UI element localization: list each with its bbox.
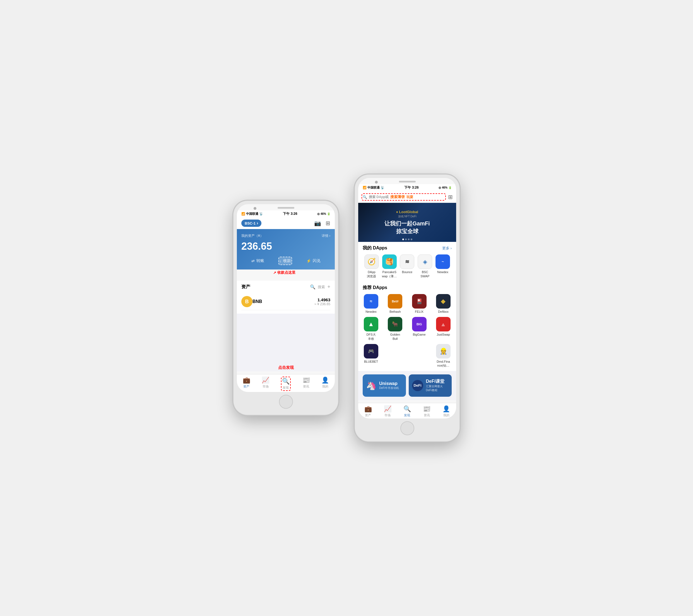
time-2: 下午 3:26: [404, 185, 418, 190]
assets-nav-icon: 💼: [243, 377, 250, 384]
phone-1-top: [237, 204, 335, 210]
me-nav-icon-2: 👤: [442, 405, 450, 413]
qr-icon[interactable]: ⊞: [448, 194, 453, 200]
bnb-value: 1.4963 ≈ ¥ 236.65: [314, 297, 330, 306]
phone-2: 📶 中国联通 📡 下午 3:26 ◎ 46% 🔋 🔍 搜索 DApp或 搜索薄饼: [355, 175, 459, 441]
nav-me-2[interactable]: 👤 我的: [442, 405, 450, 417]
phone-1-home[interactable]: [279, 395, 293, 409]
add-btn[interactable]: +: [327, 284, 330, 290]
banner-tags: 游戏 NFT DeFi: [398, 215, 417, 218]
phone-2-top: [358, 178, 456, 184]
nav-me-label: 我的: [322, 384, 329, 389]
rec-biggame-name: BigGame: [413, 333, 426, 336]
status-bar-1: 📶 中国联通 📡 下午 3:26 ◎ 46% 🔋: [237, 210, 335, 217]
nav-assets-1[interactable]: 💼 资产: [243, 377, 250, 391]
rec-goldenbull[interactable]: 🐂 GoldenBull: [387, 317, 403, 341]
dapp-newdex-icon: ~: [435, 254, 450, 269]
app-header-1: BSC-1 📷 ⊞: [237, 217, 335, 229]
status-bar-2: 📶 中国联通 📡 下午 3:26 ◎ 46% 🔋: [358, 184, 456, 191]
annotation-discover-text: 点击发现: [278, 365, 294, 370]
banner[interactable]: ♦ LootGlobal 游戏 NFT DeFi 让我们一起GamFi掠宝全球: [358, 203, 456, 242]
camera-icon[interactable]: 📷: [314, 220, 321, 226]
dapp-pancake[interactable]: 🥞 PancakeSwap（薄…: [381, 254, 398, 278]
my-dapps-header: 我的 DApps 更多 ›: [358, 242, 456, 253]
rec-felix[interactable]: 🎴 FELIX: [411, 294, 428, 314]
nav-market-2[interactable]: 📈 市场: [384, 405, 391, 417]
promo-uniswap[interactable]: 🦄 Uniswap DeFi牛市发动机: [363, 374, 406, 397]
dapp-bounce[interactable]: ≋ Bounce: [399, 254, 415, 278]
rec-bluebet-icon: 🎮: [364, 344, 378, 358]
nav-me-1[interactable]: 👤 我的: [321, 377, 329, 391]
rec-justswap-icon: ⟁: [436, 317, 451, 332]
bottom-nav-2: 💼 资产 📈 市场 🔍 发现 📰 资讯 👤 我的: [358, 403, 456, 418]
dot-3: [408, 239, 410, 240]
transfer-btn[interactable]: ⇄ 转账: [246, 257, 270, 265]
exchange-btn[interactable]: ⚡ 闪兑: [301, 257, 326, 265]
rec-dmdfinance-icon: 👷: [436, 344, 451, 358]
nav-news-label-2: 资讯: [424, 413, 430, 417]
rec-dmdfinance[interactable]: 👷 Dmd.Finance(钻…: [435, 344, 452, 368]
unicorn-icon: 🦄: [366, 380, 376, 390]
dapp-newdex[interactable]: ~ Newdex: [434, 254, 451, 278]
header-icons: 📷 ⊞: [314, 220, 330, 226]
bnb-cny: ≈ ¥ 236.65: [314, 302, 330, 306]
nav-news-2[interactable]: 📰 资讯: [423, 405, 431, 417]
dapp-pancake-icon: 🥞: [382, 254, 397, 269]
exchange-label: 闪兑: [313, 258, 320, 263]
rec-goldenbull-icon: 🐂: [388, 317, 402, 332]
nav-market-1[interactable]: 📈 市场: [262, 377, 269, 391]
phone-2-home[interactable]: [400, 421, 414, 435]
nav-news-1[interactable]: 📰 资讯: [302, 377, 310, 391]
nav-me-label-2: 我的: [443, 413, 450, 417]
recommended-grid: ≈ Newdex Bet# Bethash 🎴 FELIX ◆ Defibox: [358, 292, 456, 371]
search-input[interactable]: 🔍 搜索 DApp或 搜索薄饼 玩耍: [361, 193, 446, 201]
signal-icon: 📶: [241, 212, 245, 216]
phone-1-inner: 📶 中国联通 📡 下午 3:26 ◎ 46% 🔋 BSC-1 📷 ⊞: [237, 204, 335, 392]
phone-2-inner: 📶 中国联通 📡 下午 3:26 ◎ 46% 🔋 🔍 搜索 DApp或 搜索薄饼: [358, 178, 456, 418]
rec-bluebet[interactable]: 🎮 BLUEBET: [363, 344, 379, 368]
my-dapps-section: 我的 DApps 更多 › 🧭 DApp浏览器 🥞 PancakeSwap（薄……: [358, 242, 456, 281]
nav-discover-2[interactable]: 🔍 发现: [403, 405, 411, 417]
dapp-browser-icon: 🧭: [364, 254, 379, 269]
asset-item-bnb[interactable]: B BNB 1.4963 ≈ ¥ 236.65: [241, 293, 330, 310]
promo-defi-text: DeFi课堂 汇聚全网最火DeFi教程: [426, 379, 449, 392]
promo-uniswap-sub: DeFi牛市发动机: [379, 386, 399, 390]
network-badge[interactable]: BSC-1: [241, 220, 261, 227]
asset-detail[interactable]: 详情 ›: [322, 234, 330, 238]
my-dapps-grid: 🧭 DApp浏览器 🥞 PancakeSwap（薄… ≋ Bounce ◈ BS…: [358, 253, 456, 281]
recommended-header: 推荐 DApps: [358, 281, 456, 292]
search-highlight: 搜索薄饼: [390, 195, 405, 199]
nav-assets-2[interactable]: 💼 资产: [364, 405, 372, 417]
banner-title: 让我们一起GamFi掠宝全球: [384, 220, 430, 235]
phone-1-camera: [254, 207, 256, 210]
banner-logo: ♦ LootGlobal: [396, 210, 418, 214]
rec-bethash[interactable]: Bet# Bethash: [387, 294, 403, 314]
my-dapps-more[interactable]: 更多 ›: [442, 246, 452, 251]
receive-icon: ↓: [280, 259, 281, 263]
rec-dfs[interactable]: ▲ DFS大丰收: [363, 317, 379, 341]
promo-defi-sub: 汇聚全网最火DeFi教程: [426, 384, 449, 392]
rec-defibox-icon: ◆: [436, 294, 451, 309]
receive-btn[interactable]: ↓ 收款: [278, 257, 292, 265]
discover-nav-icon-2: 🔍: [403, 405, 411, 413]
nav-discover-1[interactable]: 🔍 发现: [281, 377, 291, 391]
nav-news-label: 资讯: [303, 384, 309, 389]
nav-market-label-2: 市场: [384, 413, 391, 417]
dapp-browser-name: DApp浏览器: [367, 270, 376, 278]
promo-defi[interactable]: DeFi DeFi课堂 汇聚全网最火DeFi教程: [409, 374, 452, 397]
annotation-receive: ↗ 收款点这里: [273, 270, 295, 275]
rec-newdex[interactable]: ≈ Newdex: [363, 294, 379, 314]
market-nav-icon: 📈: [262, 377, 269, 384]
scan-icon[interactable]: ⊞: [325, 220, 330, 226]
me-nav-icon: 👤: [321, 377, 329, 384]
rec-biggame[interactable]: BIG BigGame: [411, 317, 428, 341]
rec-defibox[interactable]: ◆ Defibox: [435, 294, 452, 314]
rec-felix-name: FELIX: [415, 310, 423, 314]
search-suffix: 玩耍: [407, 195, 413, 199]
dapp-browser[interactable]: 🧭 DApp浏览器: [363, 254, 380, 278]
defi-badge: DeFi: [412, 380, 423, 391]
dapp-bscswap[interactable]: ◈ BSCSWAP: [417, 254, 433, 278]
rec-justswap[interactable]: ⟁ JustSwap: [435, 317, 452, 341]
nav-discover-label: 发现: [283, 385, 289, 390]
dot-1: [402, 239, 404, 240]
